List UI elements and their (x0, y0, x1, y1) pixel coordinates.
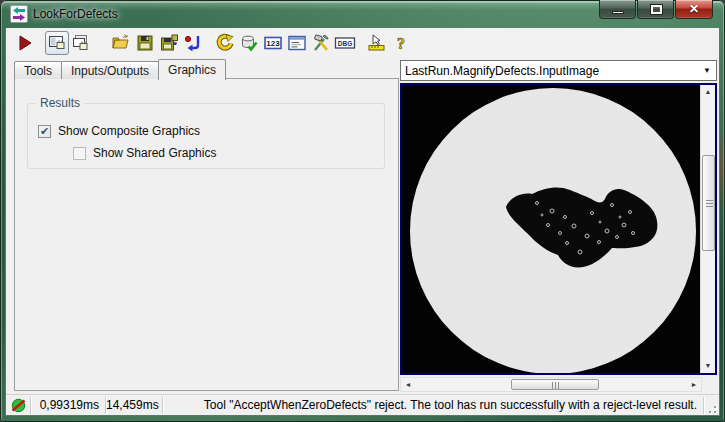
results-database-button[interactable] (237, 31, 261, 55)
total-time: 14,459ms (106, 398, 162, 412)
thumb-grip (706, 200, 713, 208)
close-icon: ✕ (676, 2, 712, 16)
numeric-results-icon: 123 (263, 33, 283, 53)
run-button[interactable] (13, 31, 37, 55)
property-sheet-button[interactable] (285, 31, 309, 55)
title-bar[interactable]: LookForDefects ✕ (0, 0, 725, 28)
image-source-dropdown[interactable]: LastRun.MagnifyDefects.InputImage ▼ (400, 60, 717, 81)
save-file-button[interactable] (133, 31, 157, 55)
close-button[interactable]: ✕ (675, 0, 713, 19)
image-source-value: LastRun.MagnifyDefects.InputImage (405, 64, 599, 78)
debug-button[interactable]: DBG (333, 31, 357, 55)
numeric-results-button[interactable]: 123 (261, 31, 285, 55)
run-icon (16, 34, 34, 52)
scroll-right-icon[interactable]: ► (687, 381, 701, 388)
tab-tools[interactable]: Tools (14, 61, 62, 79)
debug-icon: DBG (334, 33, 356, 53)
tab-strip: Tools Inputs/Outputs Graphics (14, 59, 225, 79)
minimize-icon (612, 11, 624, 14)
show-shared-graphics-checkbox[interactable]: ✔ (73, 147, 86, 160)
graphics-tab-page: Results ✔ Show Composite Graphics ✔ Show… (14, 78, 399, 391)
results-groupbox: Results ✔ Show Composite Graphics ✔ Show… (27, 103, 385, 169)
results-group-title: Results (36, 96, 84, 110)
thumb-grip (552, 382, 560, 389)
reset-icon (183, 33, 203, 53)
app-window: LookForDefects ✕ (0, 0, 725, 422)
maximize-button[interactable] (637, 0, 674, 19)
show-control-window-icon (71, 33, 91, 53)
reject-status-icon (6, 398, 30, 413)
vertical-scrollbar-thumb[interactable] (702, 155, 715, 251)
tab-inputs-outputs[interactable]: Inputs/Outputs (61, 61, 159, 79)
show-composite-graphics-checkbox[interactable]: ✔ (38, 125, 51, 138)
status-message: Tool "AcceptWhenZeroDefects" reject. The… (163, 398, 703, 412)
profiler-button[interactable] (365, 31, 389, 55)
tab-label: Graphics (168, 63, 216, 77)
client-area: 123 (5, 28, 720, 416)
show-composite-graphics-label: Show Composite Graphics (58, 124, 200, 138)
minimize-button[interactable] (599, 0, 636, 19)
save-as-button[interactable] (157, 31, 181, 55)
resize-grip[interactable] (704, 395, 719, 416)
maximize-icon (651, 5, 662, 14)
results-database-icon (239, 33, 259, 53)
scroll-down-icon[interactable]: ▼ (701, 359, 715, 373)
svg-text:123: 123 (266, 39, 280, 48)
tool-settings-button[interactable] (309, 31, 333, 55)
undo-icon (215, 33, 235, 53)
horizontal-scrollbar-thumb[interactable] (511, 379, 599, 390)
tool-settings-icon (311, 33, 331, 53)
open-file-icon (111, 33, 131, 53)
image-view[interactable]: ▲ ▼ (400, 83, 717, 375)
show-control-button[interactable] (45, 31, 69, 55)
tab-label: Tools (24, 64, 52, 78)
inspection-image (402, 85, 700, 373)
image-display-panel: LastRun.MagnifyDefects.InputImage ▼ (398, 28, 718, 393)
scroll-up-icon[interactable]: ▲ (701, 85, 715, 99)
window-title: LookForDefects (33, 7, 118, 21)
svg-text:DBG: DBG (338, 39, 352, 46)
undo-button[interactable] (213, 31, 237, 55)
save-as-icon (159, 33, 179, 53)
checkmark-icon: ✔ (40, 126, 49, 137)
reset-button[interactable] (181, 31, 205, 55)
show-control-icon (47, 33, 67, 53)
horizontal-scrollbar[interactable]: ◄ ► (400, 377, 702, 392)
tab-graphics[interactable]: Graphics (158, 59, 226, 80)
scroll-left-icon[interactable]: ◄ (401, 381, 415, 388)
app-icon (10, 5, 28, 23)
status-bar: 0,99319ms 14,459ms Tool "AcceptWhenZeroD… (6, 394, 719, 415)
show-shared-graphics-label: Show Shared Graphics (93, 146, 216, 160)
show-control-window-button[interactable] (69, 31, 93, 55)
tab-label: Inputs/Outputs (71, 64, 149, 78)
chevron-down-icon: ▼ (703, 66, 711, 75)
property-sheet-icon (287, 33, 307, 53)
profiler-icon (367, 33, 387, 53)
open-file-button[interactable] (109, 31, 133, 55)
vertical-scrollbar[interactable]: ▲ ▼ (700, 85, 715, 373)
save-file-icon (135, 33, 155, 53)
execution-time: 0,99319ms (31, 398, 105, 412)
